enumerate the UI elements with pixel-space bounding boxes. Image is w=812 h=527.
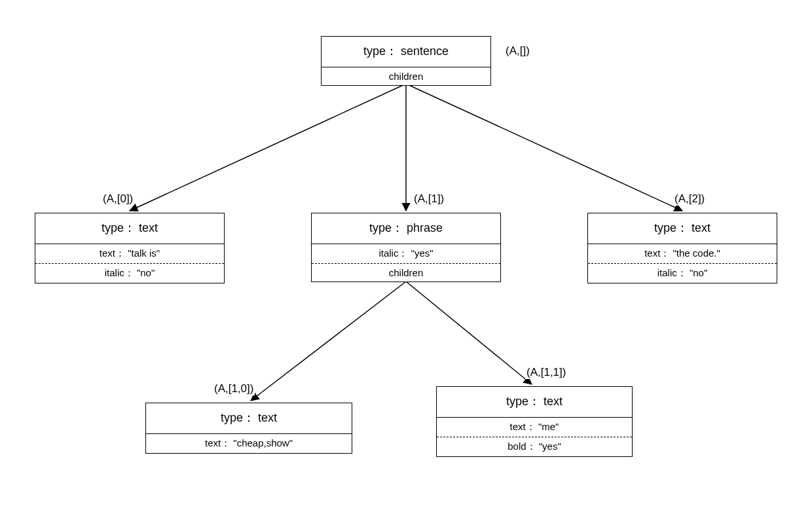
node-a1: type： phrase italic： "yes" children	[311, 213, 501, 282]
node-a0-header: type： text	[35, 213, 224, 244]
node-a11-text: text： "me"	[437, 418, 632, 437]
svg-line-3	[251, 282, 406, 401]
node-a11-header: type： text	[437, 387, 632, 418]
svg-line-2	[406, 84, 682, 211]
node-a1-children: children	[312, 264, 500, 282]
label-a10: (A,[1,0])	[213, 382, 255, 395]
label-root: (A,[])	[504, 45, 531, 58]
node-a11-bold: bold： "yes"	[437, 437, 632, 456]
svg-line-4	[406, 282, 532, 384]
label-a1: (A,[1])	[413, 192, 445, 206]
node-a2-text: text： "the code."	[588, 244, 777, 264]
label-a11: (A,[1,1])	[525, 366, 567, 379]
node-a10: type： text text： "cheap,show"	[145, 403, 352, 454]
node-a2-header: type： text	[588, 213, 777, 244]
node-a10-text: text： "cheap,show"	[146, 434, 352, 453]
node-a10-header: type： text	[146, 403, 352, 434]
node-a0-italic: italic： "no"	[35, 264, 224, 283]
node-a2: type： text text： "the code." italic： "no…	[587, 213, 777, 283]
node-a2-italic: italic： "no"	[588, 264, 777, 283]
node-a11: type： text text： "me" bold： "yes"	[436, 386, 633, 457]
node-root: type： sentence children	[321, 36, 491, 86]
node-root-header: type： sentence	[322, 37, 490, 67]
label-a0: (A,[0])	[101, 192, 134, 206]
svg-line-0	[130, 84, 406, 211]
node-a1-header: type： phrase	[312, 213, 500, 244]
node-a0-text: text： "talk is"	[35, 244, 224, 264]
node-a1-italic: italic： "yes"	[312, 244, 500, 264]
label-a2: (A,[2])	[673, 192, 706, 206]
node-root-children: children	[322, 67, 490, 85]
node-a0: type： text text： "talk is" italic： "no"	[35, 213, 225, 283]
